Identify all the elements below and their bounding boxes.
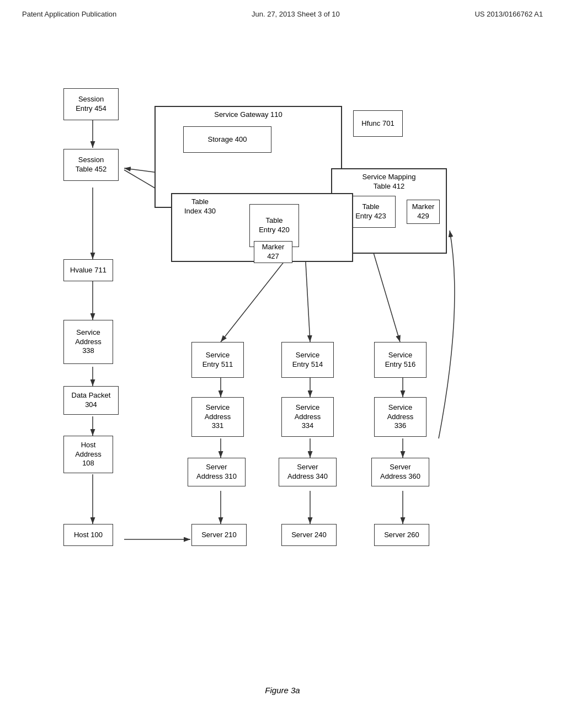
server-address-360-box: ServerAddress 360 xyxy=(371,458,429,486)
session-entry-box: Session Entry 454 xyxy=(63,88,119,120)
hfunc-box: Hfunc 701 xyxy=(353,110,403,137)
server-260-box: Server 260 xyxy=(374,524,429,546)
marker-427-box: Marker427 xyxy=(254,241,292,263)
table-entry-423-box: TableEntry 423 xyxy=(346,196,396,228)
service-entry-514-box: ServiceEntry 514 xyxy=(281,342,334,378)
service-address-336-box: ServiceAddress336 xyxy=(374,397,427,437)
service-address-338-box: ServiceAddress338 xyxy=(63,320,113,364)
header-middle: Jun. 27, 2013 Sheet 3 of 10 xyxy=(252,10,340,18)
service-mapping-label: Service MappingTable 412 xyxy=(332,173,446,191)
svg-line-16 xyxy=(370,240,400,342)
service-address-331-box: ServiceAddress331 xyxy=(191,397,244,437)
storage-box: Storage 400 xyxy=(183,126,271,153)
host-address-box: HostAddress108 xyxy=(63,436,113,473)
server-address-340-box: ServerAddress 340 xyxy=(279,458,337,486)
service-gateway-label: Service Gateway 110 xyxy=(214,110,282,120)
session-table-box: Session Table 452 xyxy=(63,149,119,181)
server-210-box: Server 210 xyxy=(191,524,247,546)
marker-429-box: Marker429 xyxy=(407,200,440,224)
page-header: Patent Application Publication Jun. 27, … xyxy=(0,0,565,18)
service-entry-511-box: ServiceEntry 511 xyxy=(191,342,244,378)
server-240-box: Server 240 xyxy=(281,524,337,546)
host-box: Host 100 xyxy=(63,524,113,546)
table-index-label: TableIndex 430 xyxy=(184,197,216,216)
server-address-310-box: ServerAddress 310 xyxy=(188,458,246,486)
header-left: Patent Application Publication xyxy=(22,10,116,18)
hvalue-box: Hvalue 711 xyxy=(63,259,113,281)
service-address-334-box: ServiceAddress334 xyxy=(281,397,334,437)
table-index-box: TableIndex 430 Table Entry 420 Marker427 xyxy=(171,193,353,262)
service-entry-516-box: ServiceEntry 516 xyxy=(374,342,427,378)
data-packet-box: Data Packet 304 xyxy=(63,386,119,415)
header-right: US 2013/0166762 A1 xyxy=(475,10,543,18)
diagram-area: Session Entry 454 Session Table 452 Serv… xyxy=(33,72,530,601)
figure-caption: Figure 3a xyxy=(0,686,565,695)
